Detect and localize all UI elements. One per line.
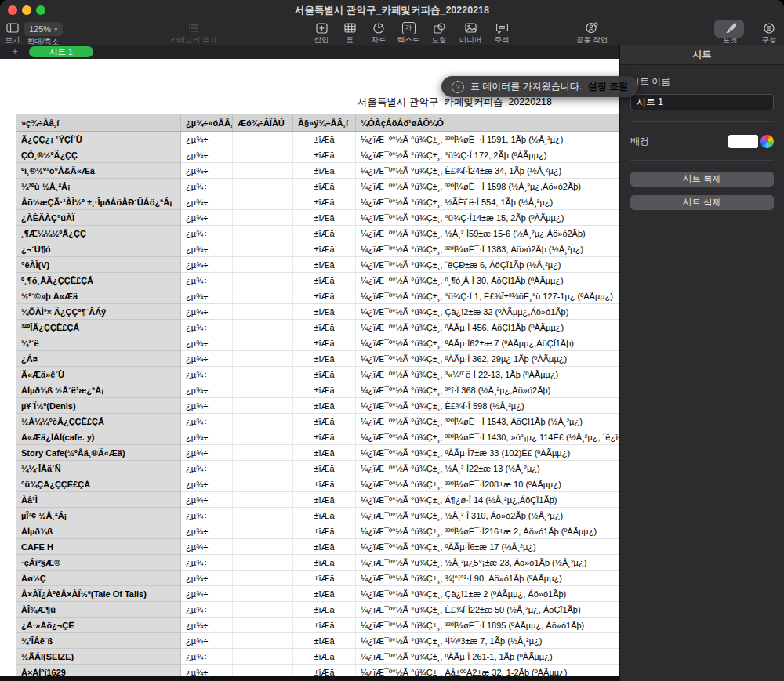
- column-header-2[interactable]: ¿µ¾÷»óÅÂ¸í: [181, 114, 233, 132]
- cell-closed[interactable]: [233, 210, 293, 226]
- cell-status[interactable]: ¿µ¾÷: [181, 163, 233, 179]
- cell-address[interactable]: ¼­¿ïÆ¯º°½Ã °ü¾Ç±¸, º¸¶ó¸Å·Î 30, ÁöÇÏ1Ãþ …: [356, 273, 620, 288]
- cell-address[interactable]: ¼­¿ïÆ¯º°½Ã °ü¾Ç±¸, Á¶¿ø·Î 14 (½Å¸²µ¿,ÁöÇ…: [356, 492, 620, 508]
- cell-name[interactable]: ºí¸®½º¹ö°Å&Ä«Æä: [16, 163, 181, 179]
- cell-name[interactable]: Åõ½æÇÃ·¹ÀÌ½º ±¸·ÎµðÁöÅÐ´ÜÁö¿ªÁ¡: [16, 194, 181, 210]
- cell-type[interactable]: ±îÆä: [293, 335, 356, 351]
- cell-name[interactable]: ÀÌµð¾ß: [16, 523, 181, 539]
- cell-name[interactable]: ¿¬´Ù¶ó: [16, 241, 181, 257]
- cell-type[interactable]: ±îÆä: [293, 445, 356, 461]
- cell-status[interactable]: ¿µ¾÷: [181, 367, 233, 382]
- cell-status[interactable]: ¿µ¾÷: [181, 445, 233, 461]
- cell-closed[interactable]: [233, 539, 293, 555]
- cell-status[interactable]: ¿µ¾÷: [181, 492, 233, 508]
- cell-closed[interactable]: [233, 194, 293, 210]
- cell-address[interactable]: ¼­¿ïÆ¯º°½Ã °ü¾Ç±¸, ³­°î·Î 368 (½Å¸²µ¿,Áö…: [356, 382, 620, 398]
- cell-status[interactable]: ¿µ¾÷: [181, 523, 233, 539]
- cell-name[interactable]: °ü¾ÇÄ¿ÇÇÈ£ÇÁ: [16, 476, 181, 492]
- cell-type[interactable]: ±îÆä: [293, 602, 356, 618]
- cell-name[interactable]: µÎ³¢ ½Å¸²Á¡: [16, 508, 181, 523]
- cell-closed[interactable]: [233, 586, 293, 602]
- cell-type[interactable]: ±îÆä: [293, 273, 356, 288]
- cell-status[interactable]: ¿µ¾÷: [181, 210, 233, 226]
- cell-status[interactable]: ¿µ¾÷: [181, 132, 233, 147]
- zoom-control[interactable]: 125% ▾ 확대/축소: [24, 21, 63, 47]
- cell-type[interactable]: ±îÆä: [293, 367, 356, 382]
- column-header-3[interactable]: Æó¾÷ÀÏÀÚ: [233, 114, 293, 132]
- cell-name[interactable]: ¼­¹ÎÅë´ß: [16, 633, 181, 649]
- adjust-settings-link[interactable]: 설정 조절: [588, 80, 628, 93]
- cell-type[interactable]: ±îÆä: [293, 320, 356, 335]
- cell-type[interactable]: ±îÆä: [293, 132, 356, 147]
- cell-name[interactable]: ¸¶Æ¼¼½ºÄ¿ÇÇ: [16, 226, 181, 241]
- cell-name[interactable]: Àå¹Ì: [16, 492, 181, 508]
- view-button[interactable]: 보기: [4, 21, 21, 45]
- cell-status[interactable]: ¿µ¾÷: [181, 147, 233, 163]
- cell-closed[interactable]: [233, 476, 293, 492]
- cell-closed[interactable]: [233, 382, 293, 398]
- collaborate-button[interactable]: 공동 작업: [571, 21, 613, 45]
- cell-closed[interactable]: [233, 367, 293, 382]
- cell-status[interactable]: ¿µ¾÷: [181, 602, 233, 618]
- cell-name[interactable]: ÇÒ¸®½ºÄ¿ÇÇ: [16, 147, 181, 163]
- cell-address[interactable]: ¼­¿ïÆ¯º°½Ã °ü¾Ç±¸, ³²ºÎ¼øÈ¯·Î 1383, Áö»ó…: [356, 241, 620, 257]
- cell-name[interactable]: Ä«Æä»ê´Ù: [16, 367, 181, 382]
- cell-type[interactable]: ±îÆä: [293, 523, 356, 539]
- cell-status[interactable]: ¿µ¾÷: [181, 571, 233, 586]
- cell-type[interactable]: ±îÆä: [293, 649, 356, 665]
- cell-name[interactable]: ÀÌµð¾ß ½Å´ë¹æ¿ªÁ¡: [16, 382, 181, 398]
- cell-name[interactable]: °êÀÌ(V): [16, 257, 181, 273]
- cell-name[interactable]: Áø½Ç: [16, 571, 181, 586]
- cell-status[interactable]: ¿µ¾÷: [181, 288, 233, 304]
- cell-address[interactable]: ¼­¿ïÆ¯º°½Ã °ü¾Ç±¸, ºÀÃµ·Î6±æ 17 (½Å¸²µ¿): [356, 539, 620, 555]
- cell-address[interactable]: ¼­¿ïÆ¯º°½Ã °ü¾Ç±¸, Çà¿î2±æ 32 (ºÀÃµµ¿,Áö…: [356, 304, 620, 320]
- cell-type[interactable]: ±îÆä: [293, 351, 356, 367]
- cell-type[interactable]: ±îÆä: [293, 163, 356, 179]
- cell-name[interactable]: ¼³´ë: [16, 335, 181, 351]
- cell-status[interactable]: ¿µ¾÷: [181, 335, 233, 351]
- cell-closed[interactable]: [233, 273, 293, 288]
- cell-name[interactable]: ¼ÕÀÌ³× Ä¿ÇÇº¶´ÂÁý: [16, 304, 181, 320]
- cell-closed[interactable]: [233, 288, 293, 304]
- cell-address[interactable]: ¼­¿ïÆ¯º°½Ã °ü¾Ç±¸, È£¾Ï·Î22±æ 50 (½Å¸²µ¿…: [356, 602, 620, 618]
- cell-closed[interactable]: [233, 398, 293, 414]
- cell-type[interactable]: ±îÆä: [293, 226, 356, 241]
- column-header-1[interactable]: »ç¾÷Àå¸í: [16, 114, 181, 132]
- cell-name[interactable]: CAFE H: [16, 539, 181, 555]
- cell-name[interactable]: ¼³ºù ½Å¸²Á¡: [16, 179, 181, 194]
- column-header-4[interactable]: À§»ý¾÷ÅÂ¸í: [293, 114, 356, 132]
- cell-status[interactable]: ¿µ¾÷: [181, 179, 233, 194]
- cell-type[interactable]: ±îÆä: [293, 492, 356, 508]
- cell-closed[interactable]: [233, 445, 293, 461]
- cell-type[interactable]: ±îÆä: [293, 179, 356, 194]
- comment-button[interactable]: 주석: [491, 21, 513, 45]
- delete-sheet-button[interactable]: 시트 삭제: [630, 195, 774, 210]
- cell-address[interactable]: ¼­¿ïÆ¯º°½Ã °ü¾Ç±¸, È£¾Ï·Î24±æ 34, 1Ãþ (½…: [356, 163, 620, 179]
- cell-status[interactable]: ¿µ¾÷: [181, 633, 233, 649]
- cell-status[interactable]: ¿µ¾÷: [181, 398, 233, 414]
- cell-type[interactable]: ±îÆä: [293, 147, 356, 163]
- sheet-name-input[interactable]: [630, 94, 774, 110]
- cell-closed[interactable]: [233, 132, 293, 147]
- cell-closed[interactable]: [233, 351, 293, 367]
- cell-closed[interactable]: [233, 241, 293, 257]
- cell-name[interactable]: Story Cafe(½ºÅä¸®Ä«Æä): [16, 445, 181, 461]
- insert-button[interactable]: 삽입: [310, 21, 332, 45]
- cell-address[interactable]: ¼­¿ïÆ¯º°½Ã °ü¾Ç±¸, ºÀÃµ·Î 261-1, 1Ãþ (ºÀ…: [356, 649, 620, 665]
- cell-status[interactable]: ¿µ¾÷: [181, 382, 233, 398]
- cell-status[interactable]: ¿µ¾÷: [181, 226, 233, 241]
- cell-status[interactable]: ¿µ¾÷: [181, 476, 233, 492]
- cell-name[interactable]: ½ÃÁî(SEIZE): [16, 649, 181, 665]
- cell-address[interactable]: ¼­¿ïÆ¯º°½Ã °ü¾Ç±¸, °ü¾Ç·Î14±æ 15, 2Ãþ (º…: [356, 210, 620, 226]
- duplicate-sheet-button[interactable]: 시트 복제: [630, 172, 774, 187]
- cell-type[interactable]: ±îÆä: [293, 539, 356, 555]
- cell-address[interactable]: ¼­¿ïÆ¯º°½Ã °ü¾Ç±¸, Çà¿î1±æ 2 (ºÀÃµµ¿, Áö…: [356, 586, 620, 602]
- cell-type[interactable]: ±îÆä: [293, 429, 356, 445]
- cell-status[interactable]: ¿µ¾÷: [181, 273, 233, 288]
- cell-type[interactable]: ±îÆä: [293, 241, 356, 257]
- cell-type[interactable]: ±îÆä: [293, 618, 356, 633]
- cell-type[interactable]: ±îÆä: [293, 414, 356, 429]
- cell-closed[interactable]: [233, 335, 293, 351]
- cell-name[interactable]: Ä¿ÇÇ¿¡ ¹ÝÇÏ´Ù: [16, 132, 181, 147]
- cell-closed[interactable]: [233, 179, 293, 194]
